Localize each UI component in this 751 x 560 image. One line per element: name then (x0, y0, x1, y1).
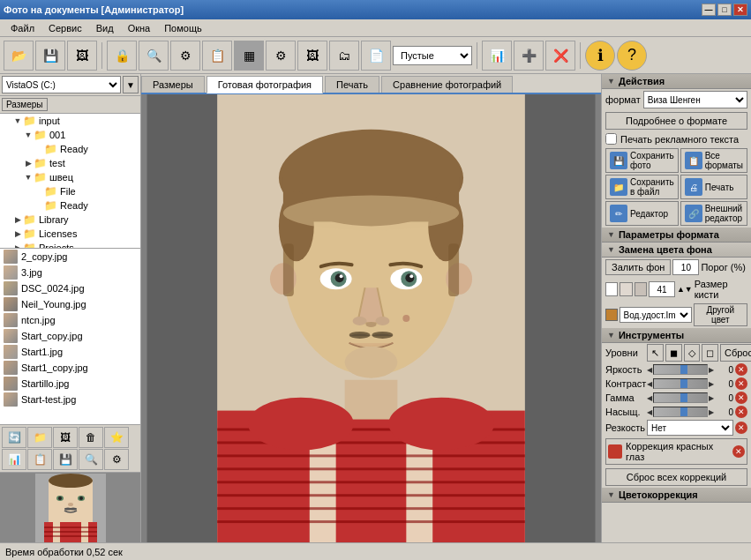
reset-btn[interactable]: Сброс (720, 344, 751, 362)
lb-btn-4[interactable]: 🗑 (79, 427, 103, 448)
tree-item-shvets[interactable]: ▼ 📁 швец (0, 170, 140, 184)
brightness-slider[interactable] (653, 364, 708, 375)
lb-btn-1[interactable]: 🔄 (2, 427, 26, 448)
toolbar-btn-13[interactable]: 📊 (482, 41, 512, 71)
toolbar-btn-7[interactable]: 📋 (202, 41, 232, 71)
reset-all-btn[interactable]: Сброс всех коррекций (605, 468, 747, 486)
toolbar-btn-12[interactable]: 📄 (361, 41, 391, 71)
minimize-btn[interactable]: — (702, 4, 716, 16)
water-select[interactable]: Вод.удост.Im (620, 307, 692, 323)
file-item[interactable]: Start1_copy.jpg (0, 360, 140, 376)
file-item[interactable]: Startillo.jpg (0, 376, 140, 392)
gamma-slider[interactable] (653, 392, 708, 403)
contrast-slider[interactable] (653, 378, 708, 389)
red-eye-del[interactable]: ✕ (732, 445, 745, 458)
toolbar-btn-1[interactable]: 📂 (4, 41, 34, 71)
file-item[interactable]: ntcn.jpg (0, 312, 140, 328)
tree-item-file[interactable]: 📁 File (0, 184, 140, 198)
tree-item-test[interactable]: ▶ 📁 test (0, 156, 140, 170)
brightness-right[interactable]: ▶ (709, 366, 714, 374)
toolbar-btn-8[interactable]: ▦ (234, 41, 264, 71)
file-item[interactable]: Start_copy.jpg (0, 328, 140, 344)
print-ad-checkbox[interactable] (605, 133, 617, 145)
file-item[interactable]: Start1.jpg (0, 344, 140, 360)
sharpness-del[interactable]: ✕ (735, 422, 747, 434)
tree-area[interactable]: ▼ 📁 input ▼ 📁 001 📁 Ready ▶ 📁 test (0, 114, 140, 248)
toolbar-btn-14[interactable]: ➕ (514, 41, 544, 71)
saturation-del[interactable]: ✕ (735, 406, 747, 418)
other-color-btn[interactable]: Другой цвет (694, 303, 747, 326)
lb-btn-3[interactable]: 🖼 (53, 427, 78, 448)
brightness-left[interactable]: ◀ (647, 366, 652, 374)
file-item[interactable]: Neil_Young.jpg (0, 296, 140, 312)
drive-arrow[interactable]: ▼ (123, 76, 139, 93)
tab-sizes[interactable]: Размеры (141, 76, 205, 93)
fill-value[interactable]: 10 (672, 259, 699, 275)
saturation-right[interactable]: ▶ (709, 408, 714, 416)
toolbar-btn-9[interactable]: ⚙ (266, 41, 296, 71)
lb-btn-2[interactable]: 📁 (27, 427, 52, 448)
save-photo-btn[interactable]: 💾 Сохранить фото (605, 148, 679, 173)
toolbar-btn-15[interactable]: ❌ (545, 41, 575, 71)
lb-btn-10[interactable]: ⚙ (104, 449, 129, 470)
toolbar-btn-10[interactable]: 🖼 (297, 41, 327, 71)
toolbar-btn-4[interactable]: 🔒 (107, 41, 137, 71)
tab-compare[interactable]: Сравнение фотографий (381, 76, 513, 93)
tree-item-library[interactable]: ▶ 📁 Library (0, 213, 140, 227)
lb-btn-6[interactable]: 📊 (2, 449, 26, 470)
menu-windows[interactable]: Окна (121, 21, 158, 35)
brightness-del[interactable]: ✕ (735, 363, 747, 376)
tree-item-licenses[interactable]: ▶ 📁 Licenses (0, 227, 140, 241)
file-item[interactable]: 3.jpg (0, 265, 140, 280)
tree-item-input[interactable]: ▼ 📁 input (0, 114, 140, 128)
file-item[interactable]: Start-test.jpg (0, 392, 140, 407)
gamma-left[interactable]: ◀ (647, 394, 652, 402)
saturation-slider[interactable] (653, 407, 708, 417)
levels-mid-btn[interactable]: ◇ (684, 344, 700, 362)
brush-arrows[interactable]: ▲▼ (677, 285, 693, 294)
toolbar-btn-info[interactable]: ℹ (585, 41, 615, 71)
menu-service[interactable]: Сервис (41, 21, 89, 35)
lb-btn-9[interactable]: 🔍 (79, 449, 103, 470)
tab-print[interactable]: Печать (325, 76, 379, 93)
toolbar-btn-3[interactable]: 🖼 (67, 41, 97, 71)
contrast-del[interactable]: ✕ (735, 377, 747, 390)
toolbar-btn-6[interactable]: ⚙ (170, 41, 200, 71)
sizes-tab-btn[interactable]: Размеры (2, 98, 48, 111)
drive-select[interactable]: VistaOS (C:) (2, 76, 121, 93)
red-eye-btn[interactable]: Коррекция красных глаз ✕ (605, 438, 747, 465)
gamma-del[interactable]: ✕ (735, 392, 747, 404)
levels-cursor-btn[interactable]: ↖ (647, 344, 664, 362)
tree-item-ready-1[interactable]: 📁 Ready (0, 142, 140, 156)
contrast-right[interactable]: ▶ (709, 380, 714, 388)
menu-file[interactable]: Файл (4, 21, 41, 35)
tree-item-projects[interactable]: ▶ 📁 Projects (0, 241, 140, 248)
levels-light-btn[interactable]: ◻ (702, 344, 718, 362)
gamma-right[interactable]: ▶ (709, 394, 714, 402)
lb-btn-7[interactable]: 📋 (27, 449, 52, 470)
fill-btn[interactable]: Залить фон (605, 259, 671, 275)
sharpness-select[interactable]: Нет (647, 420, 733, 436)
file-item[interactable]: 2_copy.jpg (0, 249, 140, 265)
print-btn[interactable]: 🖨 Печать (680, 175, 747, 199)
lb-btn-5[interactable]: ⭐ (104, 427, 129, 448)
saturation-left[interactable]: ◀ (647, 408, 652, 416)
all-formats-btn[interactable]: 📋 Все форматы (680, 148, 747, 173)
editor-btn[interactable]: ✏ Редактор (605, 201, 679, 226)
tree-item-001[interactable]: ▼ 📁 001 (0, 128, 140, 142)
ext-editor-btn[interactable]: 🔗 Внешний редактор (680, 201, 747, 226)
toolbar-btn-2[interactable]: 💾 (35, 41, 65, 71)
toolbar-btn-5[interactable]: 🔍 (139, 41, 169, 71)
file-item[interactable]: DSC_0024.jpg (0, 280, 140, 296)
toolbar-btn-11[interactable]: 🗂 (329, 41, 359, 71)
toolbar-dropdown[interactable]: Пустые (393, 46, 472, 65)
levels-dark-btn[interactable]: ◼ (665, 344, 682, 362)
file-list[interactable]: 2_copy.jpg 3.jpg DSC_0024.jpg Neil_Young… (0, 248, 140, 424)
close-btn[interactable]: ✕ (733, 4, 747, 16)
format-detail-btn[interactable]: Подробнее о формате (605, 112, 747, 130)
lb-btn-8[interactable]: 💾 (53, 449, 78, 470)
maximize-btn[interactable]: □ (717, 4, 732, 16)
tab-ready-photo[interactable]: Готовая фотография (207, 76, 323, 93)
contrast-left[interactable]: ◀ (647, 380, 652, 388)
menu-help[interactable]: Помощь (157, 21, 209, 35)
